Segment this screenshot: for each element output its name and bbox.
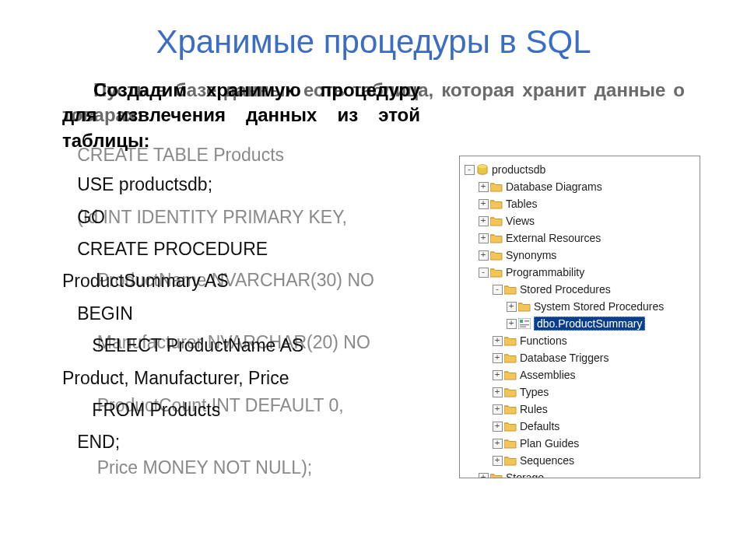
- tree-node[interactable]: +dbo.ProductSummary: [460, 315, 700, 332]
- tree-node[interactable]: +Functions: [460, 332, 700, 349]
- front-code: USE productsdb; GO CREATE PROCEDURE Prod…: [62, 169, 420, 459]
- tree-node[interactable]: +Sequences: [460, 452, 700, 469]
- tree-toggle-icon[interactable]: +: [477, 180, 489, 193]
- svg-rect-6: [520, 327, 526, 327]
- tree-node-label: Synonyms: [506, 249, 556, 261]
- tree-node-label: Tables: [506, 198, 537, 210]
- tree-node[interactable]: +Storage: [460, 469, 700, 478]
- tree-toggle-icon[interactable]: +: [477, 198, 489, 210]
- tree-node[interactable]: -Programmability: [460, 264, 700, 281]
- tree-node-label: Types: [520, 386, 549, 398]
- tree-node-label: Defaults: [520, 420, 559, 432]
- tree-node-label: Stored Procedures: [520, 283, 611, 296]
- tree-toggle-icon[interactable]: -: [463, 163, 475, 176]
- tree-node[interactable]: +Views: [460, 212, 700, 229]
- tree-toggle-icon[interactable]: +: [491, 386, 503, 398]
- folder-icon: [503, 454, 517, 467]
- tree-node[interactable]: +Database Triggers: [460, 349, 700, 366]
- folder-icon: [503, 403, 517, 415]
- folder-icon: [489, 232, 503, 244]
- folder-icon: [503, 334, 517, 347]
- svg-rect-4: [524, 320, 529, 322]
- tree-node-label: Storage: [506, 471, 544, 478]
- slide-title: Хранимые процедуры в SQL: [0, 0, 747, 68]
- tree-node-label: Database Triggers: [520, 352, 608, 364]
- front-intro: Создадим хранимую процедуру для извлечен…: [62, 78, 420, 153]
- svg-rect-5: [520, 324, 529, 325]
- folder-icon: [503, 352, 517, 364]
- tree-node[interactable]: +Synonyms: [460, 247, 700, 264]
- tree-node-label: dbo.ProductSummary: [534, 317, 645, 331]
- tree-node[interactable]: +System Stored Procedures: [460, 298, 700, 315]
- tree-toggle-icon[interactable]: +: [477, 249, 489, 261]
- folder-icon: [503, 369, 517, 381]
- tree-node-label: Functions: [520, 334, 567, 347]
- folder-icon: [489, 266, 503, 278]
- tree-toggle-icon[interactable]: +: [505, 300, 517, 313]
- tree-toggle-icon[interactable]: +: [491, 403, 503, 415]
- tree-node-label: Plan Guides: [520, 437, 579, 450]
- folder-icon: [489, 249, 503, 261]
- folder-icon: [503, 437, 517, 450]
- stored-procedure-icon: [517, 317, 531, 330]
- tree-toggle-icon[interactable]: +: [491, 420, 503, 432]
- tree-toggle-icon[interactable]: +: [477, 232, 489, 244]
- tree-node-label: productsdb: [492, 163, 545, 176]
- tree-node-label: Rules: [520, 403, 548, 415]
- tree-node[interactable]: +Database Diagrams: [460, 178, 700, 195]
- tree-toggle-icon[interactable]: +: [491, 437, 503, 450]
- folder-icon: [503, 420, 517, 432]
- folder-icon: [489, 198, 503, 210]
- tree-toggle-icon[interactable]: +: [491, 369, 503, 381]
- tree-toggle-icon[interactable]: +: [505, 317, 517, 330]
- folder-icon: [489, 180, 503, 193]
- tree-node[interactable]: +Defaults: [460, 418, 700, 435]
- object-explorer-tree[interactable]: - productsdb +Database Diagrams+Tables+V…: [459, 156, 700, 478]
- svg-point-1: [478, 165, 487, 168]
- folder-icon: [489, 471, 503, 478]
- tree-node-label: Assemblies: [520, 369, 576, 381]
- tree-toggle-icon[interactable]: +: [491, 352, 503, 364]
- tree-node[interactable]: +Assemblies: [460, 366, 700, 383]
- tree-node-label: Database Diagrams: [506, 180, 602, 193]
- folder-icon: [503, 283, 517, 296]
- tree-node[interactable]: +Rules: [460, 401, 700, 418]
- folder-icon: [517, 300, 531, 313]
- svg-rect-3: [520, 320, 523, 323]
- folder-icon: [503, 386, 517, 398]
- tree-node[interactable]: +Types: [460, 383, 700, 401]
- tree-node[interactable]: +External Resources: [460, 229, 700, 247]
- foreground-text-layer: Создадим хранимую процедуру для извлечен…: [62, 78, 420, 459]
- tree-node-root[interactable]: - productsdb: [460, 161, 700, 178]
- tree-node-label: System Stored Procedures: [534, 300, 664, 313]
- database-icon: [475, 163, 489, 176]
- tree-node[interactable]: +Plan Guides: [460, 435, 700, 452]
- tree-node-label: External Resources: [506, 232, 601, 244]
- tree-toggle-icon[interactable]: +: [477, 215, 489, 227]
- tree-node[interactable]: +Tables: [460, 195, 700, 212]
- tree-toggle-icon[interactable]: +: [491, 334, 503, 347]
- tree-node-label: Sequences: [520, 454, 574, 467]
- tree-node-label: Views: [506, 215, 535, 227]
- tree-toggle-icon[interactable]: -: [477, 266, 489, 278]
- tree-node[interactable]: -Stored Procedures: [460, 281, 700, 298]
- tree-node-label: Programmability: [506, 266, 584, 278]
- folder-icon: [489, 215, 503, 227]
- tree-toggle-icon[interactable]: +: [477, 471, 489, 478]
- tree-toggle-icon[interactable]: -: [491, 283, 503, 296]
- tree-toggle-icon[interactable]: +: [491, 454, 503, 467]
